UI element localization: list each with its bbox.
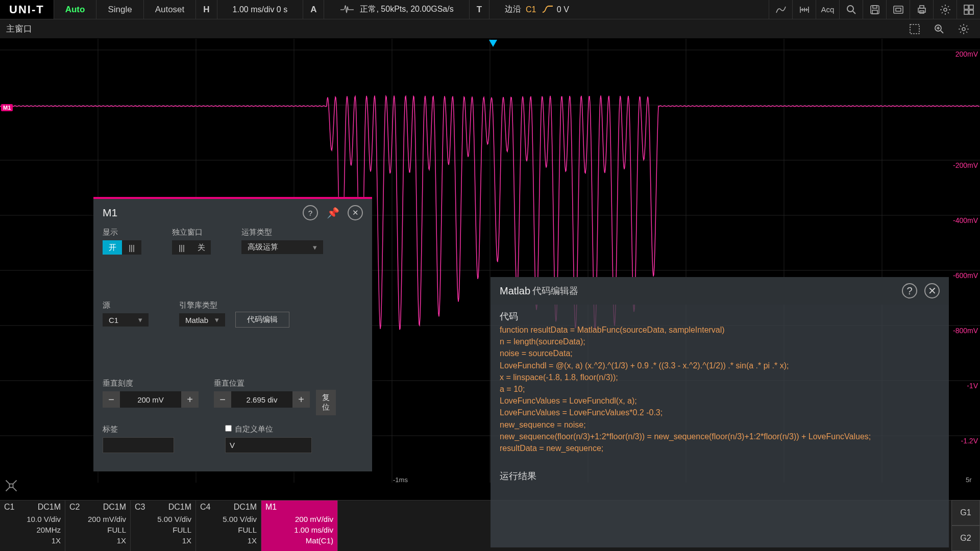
- svg-rect-2: [873, 6, 877, 8]
- print-icon[interactable]: [910, 0, 933, 19]
- svg-rect-12: [964, 10, 968, 14]
- g2-button[interactable]: G2: [951, 525, 980, 551]
- matlab-subtitle: 代码编辑器: [532, 285, 578, 297]
- vscale-label: -600mV: [953, 271, 978, 280]
- channel-card-c1[interactable]: C1DC1M10.0 V/div20MHz1X: [0, 500, 65, 551]
- unit-input[interactable]: [225, 437, 312, 453]
- g1-button[interactable]: G1: [951, 500, 980, 525]
- display-toggle[interactable]: 开|||: [103, 240, 141, 255]
- vscale-stepper[interactable]: − +: [103, 391, 199, 408]
- zoom-in-icon[interactable]: [929, 21, 949, 37]
- window-title: 主窗口: [6, 23, 32, 35]
- acquire-status: 正常, 50kPts, 20.00GSa/s: [324, 0, 469, 19]
- reset-button[interactable]: 复位: [316, 390, 336, 415]
- svg-point-0: [847, 6, 853, 12]
- single-button[interactable]: Single: [96, 0, 143, 19]
- top-toolbar: UNI-T Auto Single Autoset H 1.00 ms/div …: [0, 0, 980, 19]
- vpos-label: 垂直位置: [214, 379, 310, 388]
- vscale-label: 200mV: [955, 50, 978, 58]
- dialog-title: M1: [103, 207, 117, 219]
- vscale-label: -800mV: [953, 327, 978, 335]
- window-settings-icon[interactable]: [953, 21, 974, 37]
- vscale-label: -1.2V: [961, 437, 978, 445]
- source-dropdown[interactable]: C1: [103, 313, 149, 327]
- matlab-title: Matlab: [500, 285, 530, 297]
- vpos-stepper[interactable]: − +: [214, 391, 310, 408]
- channel-card-c2[interactable]: C2DC1M200 mV/divFULL1X: [65, 500, 131, 551]
- svg-rect-10: [964, 5, 968, 9]
- vscale-label: -200mV: [953, 161, 978, 169]
- m1-channel-marker[interactable]: M1: [1, 104, 13, 111]
- plus-icon[interactable]: +: [292, 391, 310, 408]
- vpos-input[interactable]: [231, 391, 292, 408]
- help-icon[interactable]: ?: [902, 283, 917, 298]
- screenshot-icon[interactable]: [886, 0, 910, 19]
- select-area-icon[interactable]: [904, 21, 925, 37]
- svg-rect-5: [896, 8, 901, 11]
- engine-label: 引擎库类型: [179, 300, 225, 310]
- tag-label: 标签: [103, 424, 174, 434]
- autoset-button[interactable]: Autoset: [143, 0, 196, 19]
- result-section-label: 运行结果: [500, 469, 940, 483]
- layout-icon[interactable]: [957, 0, 980, 19]
- minus-icon[interactable]: −: [214, 391, 231, 408]
- code-section-label: 代码: [500, 310, 940, 323]
- close-icon[interactable]: ✕: [924, 283, 940, 298]
- vscale-label: -1V: [967, 382, 978, 390]
- engine-dropdown[interactable]: Matlab: [179, 313, 225, 327]
- vscale-label: -400mV: [953, 216, 978, 224]
- source-label: 源: [103, 300, 149, 310]
- custom-unit-label: 自定义单位: [235, 424, 273, 433]
- code-content[interactable]: function resultData = MatlabFunc(sourceD…: [500, 324, 940, 454]
- time-scale-label: -1ms: [393, 476, 408, 484]
- svg-rect-14: [910, 24, 919, 34]
- m1-settings-dialog: M1 ? 📌 ✕ 显示 开||| 独立窗口 |||关 运算类型 高级运算: [93, 197, 372, 471]
- subheader: 主窗口: [0, 19, 980, 39]
- popup-window-toggle[interactable]: |||关: [172, 240, 211, 255]
- channel-card-c4[interactable]: C4DC1M5.00 V/divFULL1X: [196, 500, 261, 551]
- svg-rect-13: [969, 10, 973, 14]
- search-icon[interactable]: [839, 0, 863, 19]
- calc-type-label: 运算类型: [241, 228, 323, 237]
- code-edit-button[interactable]: 代码编辑: [235, 312, 289, 328]
- plus-icon[interactable]: +: [181, 391, 199, 408]
- logo: UNI-T: [0, 0, 54, 19]
- svg-rect-7: [920, 6, 924, 8]
- vscale-label: 垂直刻度: [103, 379, 199, 388]
- auto-button[interactable]: Auto: [54, 0, 96, 19]
- svg-point-9: [944, 8, 947, 11]
- close-icon[interactable]: ✕: [348, 205, 363, 220]
- popup-window-label: 独立窗口: [172, 228, 211, 237]
- tag-input[interactable]: [103, 437, 174, 453]
- svg-rect-4: [894, 6, 903, 13]
- svg-point-16: [962, 28, 965, 31]
- matlab-editor-dialog: Matlab 代码编辑器 ? ✕ 代码 function resultData …: [491, 277, 949, 547]
- save-icon[interactable]: [863, 0, 886, 19]
- cursor-icon[interactable]: [769, 0, 792, 19]
- pin-icon[interactable]: 📌: [325, 205, 340, 220]
- trigger-info[interactable]: 边沿 C1 0 V: [489, 0, 584, 19]
- m1-channel-card[interactable]: M1 200 mV/div 1.00 ms/div Mat(C1): [261, 500, 338, 551]
- help-icon[interactable]: ?: [303, 205, 318, 220]
- svg-rect-6: [918, 8, 925, 12]
- horizontal-button[interactable]: H: [195, 0, 216, 19]
- svg-rect-3: [872, 10, 877, 14]
- settings-icon[interactable]: [933, 0, 957, 19]
- minus-icon[interactable]: −: [103, 391, 120, 408]
- acq-button[interactable]: Acq: [816, 0, 839, 19]
- display-label: 显示: [103, 228, 141, 237]
- acquire-button[interactable]: A: [303, 0, 324, 19]
- tools-icon[interactable]: [4, 479, 18, 494]
- time-scale-label: 5r: [966, 476, 972, 484]
- trigger-position-marker[interactable]: [489, 40, 497, 47]
- svg-rect-11: [969, 5, 973, 9]
- custom-unit-checkbox[interactable]: [225, 425, 232, 432]
- calc-type-dropdown[interactable]: 高级运算: [241, 240, 323, 254]
- vscale-input[interactable]: [120, 391, 181, 408]
- timebase-info[interactable]: 1.00 ms/div 0 s: [217, 0, 303, 19]
- trigger-button[interactable]: T: [469, 0, 489, 19]
- channel-card-c3[interactable]: C3DC1M5.00 V/divFULL1X: [131, 500, 196, 551]
- measure-icon[interactable]: [792, 0, 816, 19]
